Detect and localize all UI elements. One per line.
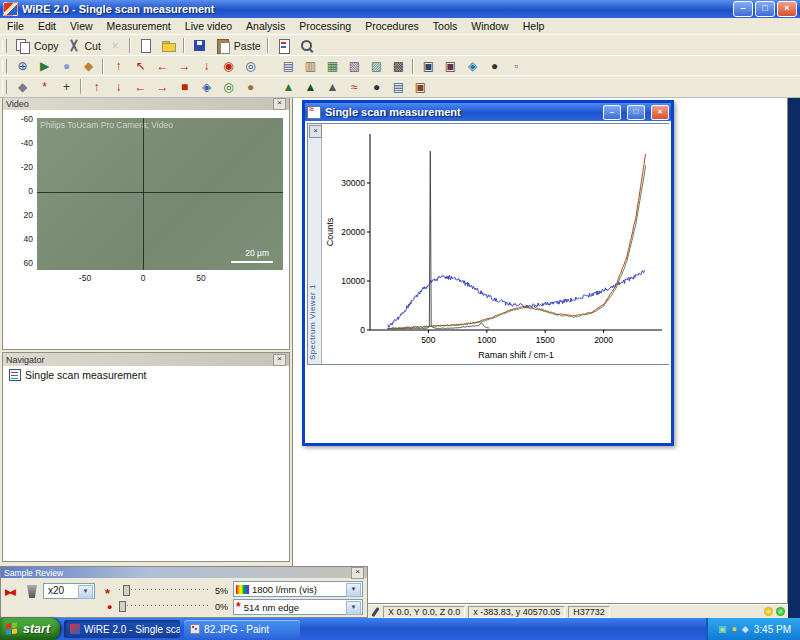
menu-window[interactable]: Window (464, 19, 515, 33)
snapshot-button[interactable]: ▫ (506, 57, 527, 75)
laser-power2-slider[interactable] (119, 600, 211, 611)
print-preview-button[interactable] (296, 37, 318, 55)
stage-left-button[interactable]: ← (152, 57, 173, 75)
maximize-button[interactable]: □ (755, 1, 775, 17)
curve-fit-button[interactable]: ≈ (344, 78, 365, 96)
overlay-view-button[interactable]: ▧ (344, 57, 365, 75)
sample-review-titlebar[interactable]: Sample Review × (1, 567, 367, 578)
video-panel-close-icon[interactable]: × (273, 98, 286, 110)
spectrum-window-titlebar[interactable]: Single scan measurement – □ × (305, 103, 671, 121)
pin-view-button[interactable]: ◆ (12, 78, 33, 96)
jog-right-button[interactable]: → (152, 78, 173, 96)
navigator-item[interactable]: Single scan measurement (3, 366, 289, 381)
stage-map-button[interactable]: ◎ (240, 57, 261, 75)
run-measurement-button[interactable]: ▶ (34, 57, 55, 75)
stage-up-button[interactable]: ↑ (108, 57, 129, 75)
save-button[interactable] (189, 37, 211, 55)
app-icon[interactable] (3, 2, 18, 16)
toolbar-grip[interactable] (2, 39, 7, 53)
jog-down-button[interactable]: ↓ (108, 78, 129, 96)
menu-edit[interactable]: Edit (31, 19, 63, 33)
montage-view-button[interactable]: ▨ (366, 57, 387, 75)
video-panel-titlebar[interactable]: Video × (3, 97, 289, 111)
menu-analysis[interactable]: Analysis (239, 19, 292, 33)
new-document-button[interactable] (135, 37, 157, 55)
data-tree-button[interactable]: ▲ (300, 78, 321, 96)
map-view-button[interactable]: ▦ (322, 57, 343, 75)
report-button[interactable] (273, 37, 295, 55)
toolbar-grip[interactable] (2, 80, 7, 94)
save-view-button[interactable]: ▣ (410, 78, 431, 96)
crosshair-button[interactable]: + (56, 78, 77, 96)
tree-browser-button[interactable]: ▲ (278, 78, 299, 96)
menu-measurement[interactable]: Measurement (100, 19, 178, 33)
stage-origin-button[interactable]: ⊕ (12, 57, 33, 75)
zoom-half-button[interactable]: ▣ (418, 57, 439, 75)
taskbar-task-paint[interactable]: 82.JPG - Paint (184, 620, 300, 638)
live-video-view[interactable]: Philips ToUcam Pro Camera; Video 20 µm (37, 118, 283, 270)
export-data-button[interactable]: ▤ (388, 78, 409, 96)
minimize-button[interactable]: – (733, 1, 753, 17)
world-coords-button[interactable]: ◎ (218, 78, 239, 96)
goto-position-button[interactable]: ◈ (196, 78, 217, 96)
white-light-view-button[interactable]: ▤ (278, 57, 299, 75)
navigator-panel-titlebar[interactable]: Navigator × (3, 353, 289, 367)
laser-dropdown-icon[interactable]: ▼ (346, 601, 361, 615)
taskbar-task-wire[interactable]: WiRE 2.0 - Single sca... (64, 620, 180, 638)
peak-pick-button[interactable]: ▲ (322, 78, 343, 96)
network-tray-icon[interactable]: ◆ (742, 624, 749, 634)
objective-icon[interactable] (27, 585, 37, 598)
zoom-five-button[interactable]: ▣ (440, 57, 461, 75)
stage-right-button[interactable]: → (174, 57, 195, 75)
menu-live-video[interactable]: Live video (178, 19, 239, 33)
monitor-tray-icon[interactable]: ▣ (718, 624, 727, 634)
cut-button[interactable]: Cut (63, 37, 104, 55)
stop-motion-button[interactable]: ■ (174, 78, 195, 96)
stage-home-button[interactable]: ◉ (218, 57, 239, 75)
grating-dropdown-icon[interactable]: ▼ (346, 583, 361, 597)
viewer-close-icon[interactable]: × (309, 125, 322, 138)
jog-up-button[interactable]: ↑ (86, 78, 107, 96)
stage-up-left-button[interactable]: ↖ (130, 57, 151, 75)
spectrum-chart[interactable]: 0100002000030000500100015002000Raman shi… (322, 124, 670, 364)
calibrate-button[interactable]: ◈ (462, 57, 483, 75)
close-button[interactable]: × (777, 1, 797, 17)
toolbar-grip[interactable] (2, 59, 7, 73)
spectrum-close-button[interactable]: × (651, 105, 669, 120)
slider-thumb[interactable] (119, 601, 126, 612)
stage-down-button[interactable]: ↓ (196, 57, 217, 75)
open-button[interactable] (158, 37, 180, 55)
laser-spot-button[interactable]: * (34, 78, 55, 96)
optics-view-button[interactable]: ◆ (78, 57, 99, 75)
titlebar[interactable]: WiRE 2.0 - Single scan measurement – □ × (0, 0, 800, 18)
start-button[interactable]: start (0, 618, 60, 640)
laser-shutter-icon[interactable]: ▶◀ (5, 587, 13, 597)
laser-power-slider[interactable] (119, 584, 211, 595)
grid-view-button[interactable]: ▩ (388, 57, 409, 75)
objective-select[interactable]: x20 ▼ (43, 583, 95, 599)
joystick-button[interactable]: ● (240, 78, 261, 96)
objective-dropdown-icon[interactable]: ▼ (78, 585, 93, 599)
alert-tray-icon[interactable]: ● (731, 624, 736, 634)
sample-view-button[interactable]: ● (56, 57, 77, 75)
spectrum-viewer-tab[interactable]: × Spectrum Viewer 1 (308, 124, 322, 364)
slider-thumb[interactable] (123, 585, 130, 596)
spectrum-maximize-button[interactable]: □ (627, 105, 645, 120)
delete-button[interactable]: × (105, 37, 126, 55)
sample-review-close-icon[interactable]: × (351, 567, 364, 579)
camera-button[interactable]: ● (366, 78, 387, 96)
spectrum-minimize-button[interactable]: – (603, 105, 621, 120)
navigator-panel-close-icon[interactable]: × (273, 354, 286, 366)
menu-processing[interactable]: Processing (292, 19, 358, 33)
menu-file[interactable]: File (0, 19, 31, 33)
menu-help[interactable]: Help (516, 19, 552, 33)
laser-select[interactable]: * 514 nm edge ▼ (233, 599, 363, 615)
menu-procedures[interactable]: Procedures (358, 19, 426, 33)
grating-select[interactable]: 1800 l/mm (vis) ▼ (233, 581, 363, 597)
menu-tools[interactable]: Tools (426, 19, 465, 33)
menu-view[interactable]: View (63, 19, 100, 33)
jog-left-button[interactable]: ← (130, 78, 151, 96)
paste-button[interactable]: Paste (212, 37, 264, 55)
camera-capture-button[interactable]: ● (484, 57, 505, 75)
copy-button[interactable]: Copy (12, 37, 62, 55)
